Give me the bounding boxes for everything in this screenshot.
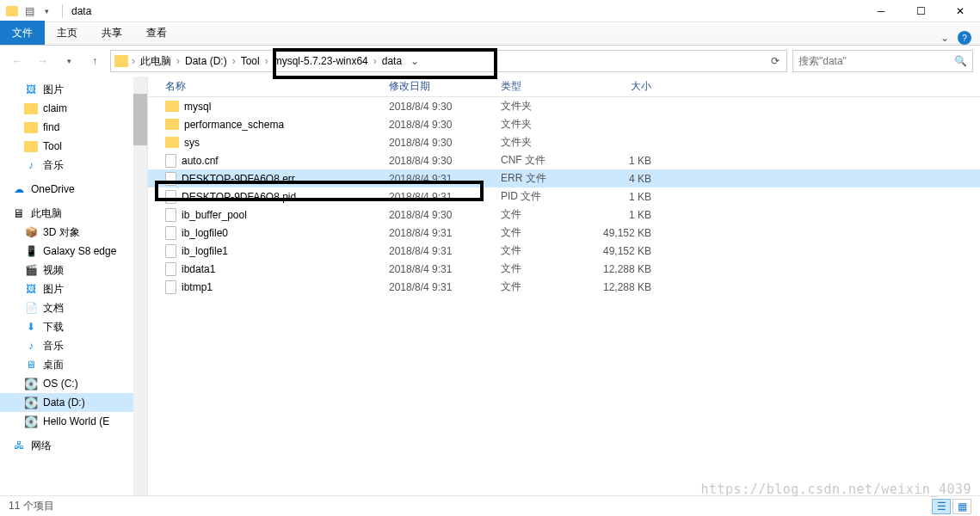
- file-name: ib_logfile1: [182, 245, 228, 257]
- col-name[interactable]: 名称: [165, 79, 389, 94]
- file-date: 2018/8/4 9:30: [389, 137, 501, 149]
- close-button[interactable]: ✕: [940, 0, 980, 22]
- file-name: DESKTOP-9DFA6O8.pid: [182, 191, 296, 203]
- item-count: 11 个项目: [9, 499, 54, 513]
- chevron-right-icon[interactable]: ›: [175, 55, 182, 67]
- scrollbar[interactable]: [133, 77, 147, 495]
- sidebar-item[interactable]: ♪音乐: [0, 336, 147, 355]
- file-row[interactable]: performance_schema2018/8/4 9:30文件夹: [148, 115, 980, 133]
- file-row[interactable]: sys2018/8/4 9:30文件夹: [148, 133, 980, 151]
- sidebar-item[interactable]: OS (C:): [0, 374, 147, 393]
- chevron-right-icon[interactable]: ›: [130, 55, 137, 67]
- sidebar-network[interactable]: 🖧 网络: [0, 436, 147, 455]
- search-icon[interactable]: 🔍: [954, 55, 967, 67]
- sidebar-item[interactable]: find: [0, 118, 147, 137]
- sidebar-label: 网络: [31, 439, 52, 453]
- file-row[interactable]: ib_buffer_pool2018/8/4 9:30文件1 KB: [148, 206, 980, 224]
- help-icon[interactable]: ?: [958, 31, 971, 45]
- sidebar-item[interactable]: 🖼图片: [0, 80, 147, 99]
- up-button[interactable]: ↑: [84, 51, 105, 71]
- drive-icon: [24, 396, 38, 409]
- sidebar-item[interactable]: ♪音乐: [0, 156, 147, 175]
- file-name-cell: sys: [165, 137, 389, 149]
- dl-icon: ⬇: [24, 320, 38, 334]
- col-type[interactable]: 类型: [501, 79, 591, 94]
- file-tab[interactable]: 文件: [0, 21, 45, 45]
- tab-home[interactable]: 主页: [45, 21, 89, 45]
- sidebar-thispc[interactable]: 此电脑: [0, 204, 147, 223]
- file-name: mysql: [184, 101, 211, 113]
- chevron-right-icon[interactable]: ›: [231, 55, 237, 67]
- recent-dropdown[interactable]: ▾: [59, 51, 79, 71]
- file-row[interactable]: ibtmp12018/8/4 9:31文件12,288 KB: [148, 278, 980, 296]
- sidebar-label: Galaxy S8 edge: [43, 245, 116, 257]
- minimize-button[interactable]: ─: [861, 0, 901, 22]
- sidebar-item[interactable]: 📱Galaxy S8 edge: [0, 242, 147, 261]
- sidebar-label: 桌面: [43, 358, 64, 372]
- file-row[interactable]: DESKTOP-9DFA6O8.err2018/8/4 9:31ERR 文件4 …: [148, 169, 980, 187]
- breadcrumb-item[interactable]: 此电脑: [137, 54, 175, 69]
- file-date: 2018/8/4 9:31: [389, 281, 501, 293]
- folder-icon: [24, 103, 38, 114]
- sidebar-item[interactable]: Data (D:): [0, 393, 147, 412]
- refresh-icon[interactable]: ⟳: [764, 55, 786, 67]
- tab-share[interactable]: 共享: [89, 21, 134, 45]
- file-row[interactable]: ib_logfile02018/8/4 9:31文件49,152 KB: [148, 224, 980, 242]
- breadcrumb-item[interactable]: Tool: [237, 55, 263, 67]
- drive-icon: [24, 377, 38, 390]
- sidebar-item[interactable]: claim: [0, 99, 147, 118]
- sidebar-label: 文档: [43, 301, 64, 316]
- sidebar-onedrive[interactable]: ☁ OneDrive: [0, 180, 147, 199]
- breadcrumb[interactable]: › 此电脑 › Data (D:) › Tool › mysql-5.7.23-…: [110, 50, 787, 72]
- search-box[interactable]: 🔍: [792, 50, 973, 72]
- sidebar-item[interactable]: ⬇下载: [0, 317, 147, 336]
- maximize-button[interactable]: ☐: [901, 0, 940, 22]
- qat-icon[interactable]: ▤: [22, 4, 36, 18]
- folder-icon: [114, 55, 128, 67]
- breadcrumb-item[interactable]: Data (D:): [182, 55, 231, 67]
- qat-dropdown[interactable]: ▾: [40, 4, 53, 18]
- col-size[interactable]: 大小: [591, 79, 669, 94]
- sidebar-item[interactable]: 🖥桌面: [0, 355, 147, 374]
- file-type: 文件: [501, 207, 591, 222]
- file-row[interactable]: auto.cnf2018/8/4 9:30CNF 文件1 KB: [148, 151, 980, 169]
- scroll-thumb[interactable]: [133, 94, 147, 145]
- file-row[interactable]: mysql2018/8/4 9:30文件夹: [148, 97, 980, 115]
- icons-view-button[interactable]: ▦: [952, 499, 971, 514]
- sidebar-item[interactable]: 📦3D 对象: [0, 223, 147, 242]
- breadcrumb-item[interactable]: mysql-5.7.23-winx64: [270, 55, 372, 67]
- sidebar-label: 图片: [43, 282, 64, 297]
- sidebar-item[interactable]: 🖼图片: [0, 280, 147, 298]
- file-date: 2018/8/4 9:30: [389, 119, 501, 131]
- details-view-button[interactable]: ☰: [932, 499, 951, 514]
- breadcrumb-item[interactable]: data: [379, 55, 405, 67]
- window-title: data: [71, 5, 91, 17]
- forward-button[interactable]: →: [33, 51, 53, 71]
- file-row[interactable]: ibdata12018/8/4 9:31文件12,288 KB: [148, 260, 980, 278]
- tab-view[interactable]: 查看: [134, 21, 179, 45]
- chevron-right-icon[interactable]: ›: [372, 55, 379, 67]
- file-row[interactable]: ib_logfile12018/8/4 9:31文件49,152 KB: [148, 242, 980, 260]
- sidebar-label: 音乐: [43, 339, 64, 353]
- file-name: ibdata1: [182, 263, 215, 275]
- sidebar-item[interactable]: 📄文档: [0, 298, 147, 317]
- sidebar-item[interactable]: Tool: [0, 137, 147, 156]
- file-type: ERR 文件: [501, 171, 591, 186]
- sidebar-label: 下载: [43, 320, 64, 335]
- col-date[interactable]: 修改日期: [389, 79, 501, 94]
- back-button[interactable]: ←: [7, 51, 28, 71]
- folder-icon: [24, 122, 38, 133]
- chevron-right-icon[interactable]: ›: [263, 55, 270, 67]
- folder-icon: [165, 119, 179, 130]
- file-icon: [165, 172, 176, 186]
- file-row[interactable]: DESKTOP-9DFA6O8.pid2018/8/4 9:31PID 文件1 …: [148, 187, 980, 206]
- sidebar-item[interactable]: Hello World (E: [0, 412, 147, 431]
- file-name: DESKTOP-9DFA6O8.err: [182, 173, 295, 185]
- breadcrumb-dropdown[interactable]: ⌄: [405, 55, 424, 67]
- file-list: mysql2018/8/4 9:30文件夹performance_schema2…: [148, 97, 980, 495]
- ribbon-expand-icon[interactable]: ⌄: [940, 32, 949, 44]
- file-date: 2018/8/4 9:31: [389, 173, 501, 185]
- phone-icon: 📱: [24, 244, 38, 258]
- sidebar-item[interactable]: 🎬视频: [0, 261, 147, 280]
- search-input[interactable]: [798, 55, 954, 67]
